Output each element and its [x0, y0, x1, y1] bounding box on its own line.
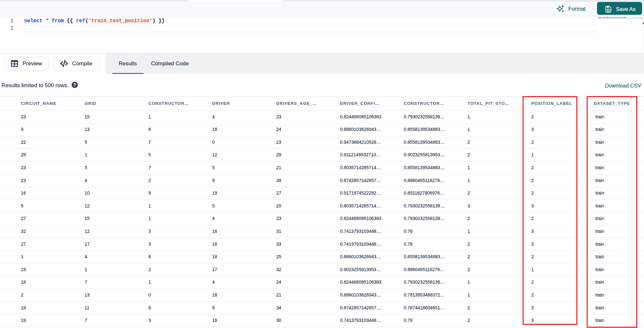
svg-text:?: ?	[73, 82, 76, 87]
